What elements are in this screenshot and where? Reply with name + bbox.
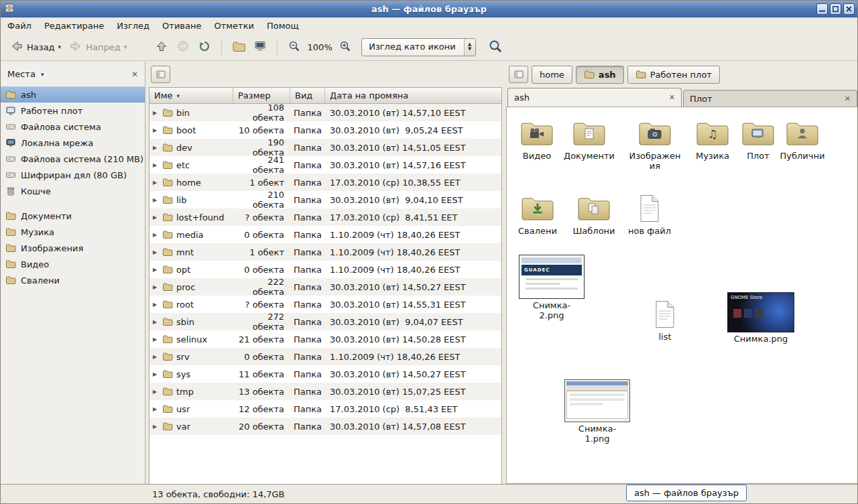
sidebar-item[interactable]: Локална мрежа [1, 135, 145, 151]
pathbar-button-ash[interactable]: ash [576, 66, 624, 84]
expander-icon[interactable]: ▶ [153, 232, 159, 238]
table-row[interactable]: ▶lib210 обектаПапка30.03.2010 (вт) 9,04,… [149, 191, 501, 208]
table-row[interactable]: ▶root? обектаПапка30.03.2010 (вт) 14,55,… [149, 296, 501, 313]
sidebar-item[interactable]: Свалени [1, 272, 145, 288]
minimize-button[interactable] [816, 3, 828, 15]
image-icon-item[interactable]: GUADECСнимка-2.png [515, 255, 589, 321]
sidebar-item[interactable]: Кошче [1, 183, 145, 199]
reload-button[interactable] [194, 37, 215, 58]
expander-icon[interactable]: ▶ [153, 319, 159, 325]
column-header-name[interactable]: Име ▾ [149, 88, 233, 103]
sidebar-item[interactable]: Музика [1, 224, 145, 240]
zoom-out-button[interactable] [284, 37, 305, 58]
table-row[interactable]: ▶selinux21 обектаПапка30.03.2010 (вт) 14… [149, 330, 501, 348]
sidebar-close-icon[interactable]: ✕ [131, 70, 138, 79]
up-button[interactable] [151, 37, 172, 58]
tab-close-icon[interactable]: ✕ [845, 94, 851, 103]
menu-bookmarks[interactable]: Отметки [214, 21, 253, 31]
menu-view[interactable]: Изглед [117, 21, 149, 31]
expander-icon[interactable]: ▶ [153, 424, 159, 430]
zoom-in-button[interactable] [334, 37, 356, 58]
pathbar-button-home[interactable]: home [532, 66, 572, 84]
tab-ash[interactable]: ash ✕ [507, 88, 682, 107]
expander-icon[interactable]: ▶ [153, 267, 159, 273]
column-header-date[interactable]: Дата на промяна [325, 88, 501, 103]
sidebar-title[interactable]: Места [7, 69, 36, 79]
expander-icon[interactable]: ▶ [153, 354, 159, 360]
sidebar-dropdown-icon[interactable]: ▾ [41, 71, 44, 78]
expander-icon[interactable]: ▶ [153, 284, 159, 290]
sidebar-item[interactable]: Изображения [1, 240, 145, 256]
expander-icon[interactable]: ▶ [153, 162, 159, 168]
expander-icon[interactable]: ▶ [153, 249, 159, 255]
column-header-type[interactable]: Вид [290, 88, 325, 103]
table-row[interactable]: ▶tmp13 обектаПапка30.03.2010 (вт) 15,07,… [149, 383, 501, 400]
table-row[interactable]: ▶media0 обектаПапка1.10.2009 (чт) 18,40,… [149, 226, 501, 243]
image-icon-item[interactable]: Снимка-1.png [560, 379, 634, 444]
maximize-button[interactable] [830, 3, 841, 15]
sidebar-item[interactable]: Документи [1, 208, 145, 224]
tab-close-icon[interactable]: ✕ [669, 93, 675, 102]
expander-icon[interactable]: ▶ [153, 180, 159, 186]
menu-file[interactable]: Файл [7, 21, 32, 31]
icon-view[interactable]: ВидеоДокументиИзображения♫МузикаПлотПубл… [506, 107, 858, 484]
expander-icon[interactable]: ▶ [153, 110, 159, 116]
sidebar-item[interactable]: ash [1, 86, 145, 103]
table-row[interactable]: ▶bin108 обектаПапка30.03.2010 (вт) 14,57… [149, 104, 501, 121]
table-row[interactable]: ▶lost+found? обектаПапка17.03.2010 (ср) … [149, 208, 501, 226]
sidebar-item[interactable]: Шифриран дял (80 GB) [1, 167, 145, 183]
table-row[interactable]: ▶usr12 обектаПапка17.03.2010 (ср) 8,51,4… [149, 400, 501, 418]
back-dropdown-icon[interactable]: ▾ [58, 44, 62, 50]
table-row[interactable]: ▶etc241 обектаПапка30.03.2010 (вт) 14,57… [149, 156, 501, 174]
stop-button[interactable] [172, 37, 194, 58]
column-header-size[interactable]: Размер [233, 88, 290, 103]
sidebar-item[interactable]: Файлова система (210 MB) [1, 151, 145, 167]
tab-plot[interactable]: Плот ✕ [683, 90, 857, 107]
folder-icon-item[interactable]: Изображения [626, 119, 684, 172]
menu-go[interactable]: Отиване [162, 21, 201, 31]
table-row[interactable]: ▶var20 обектаПапка30.03.2010 (вт) 14,57,… [149, 418, 501, 435]
image-icon-item[interactable]: GNOME StoreСнимка.png [724, 292, 798, 344]
expander-icon[interactable]: ▶ [153, 336, 159, 342]
folder-icon-item[interactable]: Публични [774, 119, 831, 162]
menu-edit[interactable]: Редактиране [44, 21, 104, 31]
table-row[interactable]: ▶sys11 обектаПапка30.03.2010 (вт) 14,50,… [149, 365, 501, 383]
expander-icon[interactable]: ▶ [153, 406, 159, 412]
table-row[interactable]: ▶home1 обектПапка17.03.2010 (ср) 10,38,5… [149, 174, 501, 191]
folder-icon-item[interactable]: Видео [508, 119, 566, 162]
pathbar-button-desktop[interactable]: Работен плот [627, 66, 720, 84]
table-row[interactable]: ▶mnt1 обектПапка1.10.2009 (чт) 18,40,26 … [149, 243, 501, 261]
sidebar-item[interactable]: Видео [1, 256, 145, 272]
table-row[interactable]: ▶proc222 обектаПапка30.03.2010 (вт) 14,5… [149, 278, 501, 296]
table-row[interactable]: ▶dev190 обектаПапка30.03.2010 (вт) 14,51… [149, 139, 501, 156]
table-row[interactable]: ▶opt0 обектаПапка1.10.2009 (чт) 18,40,26… [149, 261, 501, 278]
folder-icon-item[interactable]: Свалени [509, 194, 566, 237]
expander-icon[interactable]: ▶ [153, 389, 159, 395]
sidebar-item[interactable]: Файлова система [1, 119, 145, 135]
expander-icon[interactable]: ▶ [153, 371, 159, 377]
expander-icon[interactable]: ▶ [153, 214, 159, 220]
menu-help[interactable]: Помощ [267, 21, 299, 31]
table-row[interactable]: ▶srv0 обектаПапка1.10.2009 (чт) 18,40,26… [149, 348, 501, 365]
folder-icon-item[interactable]: Документи [560, 119, 618, 162]
combo-spinner-icon[interactable]: ▲▼ [464, 39, 475, 56]
home-button[interactable] [228, 37, 249, 58]
table-row[interactable]: ▶boot10 обектаПапка30.03.2010 (вт) 9,05,… [149, 121, 501, 139]
back-button[interactable]: Назад ▾ [6, 37, 65, 58]
pathbar-root-button[interactable] [509, 66, 528, 83]
file-icon-item[interactable]: list [636, 300, 694, 342]
expander-icon[interactable]: ▶ [153, 197, 159, 203]
computer-button[interactable] [249, 37, 271, 58]
forward-button[interactable]: Напред ▾ [65, 37, 131, 58]
expander-icon[interactable]: ▶ [153, 302, 159, 308]
pane-location-button[interactable] [151, 66, 170, 83]
close-button[interactable] [843, 3, 855, 15]
view-mode-select[interactable]: Изглед като икони ▲▼ [361, 38, 476, 56]
file-icon-item[interactable]: нов файл [621, 194, 678, 237]
sidebar-item[interactable]: Работен плот [1, 103, 145, 119]
titlebar[interactable]: ash — файлов браузър [1, 1, 857, 17]
expander-icon[interactable]: ▶ [153, 145, 159, 151]
expander-icon[interactable]: ▶ [153, 127, 159, 133]
table-row[interactable]: ▶sbin272 обектаПапка30.03.2010 (вт) 9,04… [149, 313, 501, 330]
folder-icon-item[interactable]: Шаблони [565, 194, 623, 237]
